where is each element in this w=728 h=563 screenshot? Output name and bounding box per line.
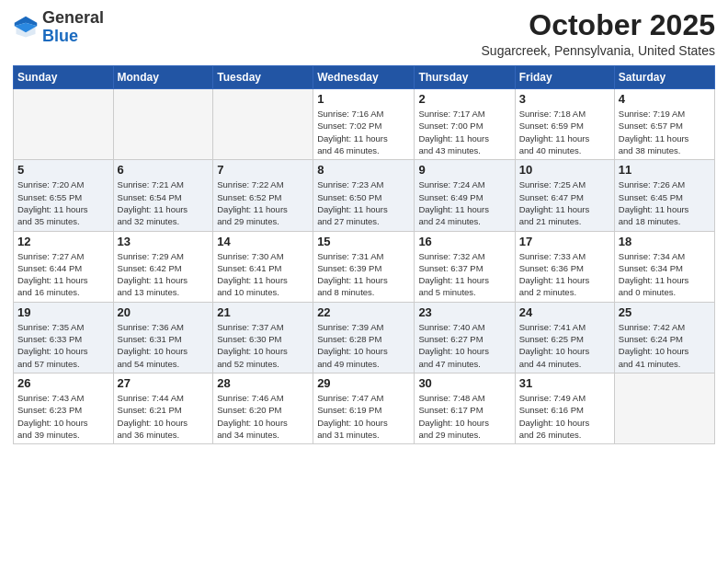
calendar-cell: 29Sunrise: 7:47 AM Sunset: 6:19 PM Dayli… [313,373,415,443]
calendar-cell [14,89,114,160]
day-number: 3 [519,92,610,106]
calendar-cell: 28Sunrise: 7:46 AM Sunset: 6:20 PM Dayli… [213,373,313,443]
day-info: Sunrise: 7:49 AM Sunset: 6:16 PM Dayligh… [519,392,610,441]
calendar-cell: 6Sunrise: 7:21 AM Sunset: 6:54 PM Daylig… [113,160,213,231]
day-info: Sunrise: 7:24 AM Sunset: 6:49 PM Dayligh… [418,178,510,227]
day-info: Sunrise: 7:17 AM Sunset: 7:00 PM Dayligh… [418,108,510,156]
day-number: 31 [519,376,610,390]
day-number: 10 [519,163,610,177]
day-info: Sunrise: 7:23 AM Sunset: 6:50 PM Dayligh… [317,178,410,227]
calendar-cell: 25Sunrise: 7:42 AM Sunset: 6:24 PM Dayli… [614,302,714,373]
day-info: Sunrise: 7:26 AM Sunset: 6:45 PM Dayligh… [619,178,711,227]
calendar-cell: 19Sunrise: 7:35 AM Sunset: 6:33 PM Dayli… [14,302,114,373]
day-number: 22 [317,305,410,319]
calendar-table: Sunday Monday Tuesday Wednesday Thursday… [13,65,715,444]
title-block: October 2025 Sugarcreek, Pennsylvania, U… [482,9,715,58]
day-info: Sunrise: 7:30 AM Sunset: 6:41 PM Dayligh… [217,250,309,299]
day-number: 28 [217,376,309,390]
day-info: Sunrise: 7:44 AM Sunset: 6:21 PM Dayligh… [118,392,210,441]
calendar-cell: 12Sunrise: 7:27 AM Sunset: 6:44 PM Dayli… [14,231,114,302]
day-number: 4 [619,92,711,106]
day-number: 12 [17,235,109,248]
calendar-cell: 9Sunrise: 7:24 AM Sunset: 6:49 PM Daylig… [415,160,515,231]
calendar-cell: 31Sunrise: 7:49 AM Sunset: 6:16 PM Dayli… [515,373,614,443]
day-info: Sunrise: 7:25 AM Sunset: 6:47 PM Dayligh… [519,178,610,227]
day-info: Sunrise: 7:34 AM Sunset: 6:34 PM Dayligh… [619,250,711,299]
day-number: 21 [217,305,309,319]
day-number: 15 [317,235,410,248]
day-number: 19 [17,305,109,319]
day-info: Sunrise: 7:22 AM Sunset: 6:52 PM Dayligh… [217,178,309,227]
day-info: Sunrise: 7:39 AM Sunset: 6:28 PM Dayligh… [317,321,410,370]
calendar-cell: 14Sunrise: 7:30 AM Sunset: 6:41 PM Dayli… [213,231,313,302]
day-info: Sunrise: 7:48 AM Sunset: 6:17 PM Dayligh… [418,392,510,441]
day-info: Sunrise: 7:41 AM Sunset: 6:25 PM Dayligh… [519,321,610,370]
day-number: 16 [418,235,510,248]
day-number: 26 [17,376,109,390]
day-info: Sunrise: 7:18 AM Sunset: 6:59 PM Dayligh… [519,108,610,156]
calendar-cell: 7Sunrise: 7:22 AM Sunset: 6:52 PM Daylig… [213,160,313,231]
day-number: 29 [317,376,410,390]
calendar-cell: 27Sunrise: 7:44 AM Sunset: 6:21 PM Dayli… [113,373,213,443]
day-number: 24 [519,305,610,319]
calendar-cell [614,373,714,443]
calendar-cell: 17Sunrise: 7:33 AM Sunset: 6:36 PM Dayli… [515,231,614,302]
day-number: 14 [217,235,309,248]
calendar-week-row: 1Sunrise: 7:16 AM Sunset: 7:02 PM Daylig… [14,89,715,160]
day-number: 23 [418,305,510,319]
col-saturday: Saturday [614,66,714,89]
day-info: Sunrise: 7:36 AM Sunset: 6:31 PM Dayligh… [118,321,210,370]
day-info: Sunrise: 7:27 AM Sunset: 6:44 PM Dayligh… [17,250,109,299]
day-info: Sunrise: 7:35 AM Sunset: 6:33 PM Dayligh… [17,321,109,370]
calendar-cell: 26Sunrise: 7:43 AM Sunset: 6:23 PM Dayli… [14,373,114,443]
day-info: Sunrise: 7:47 AM Sunset: 6:19 PM Dayligh… [317,392,410,441]
logo-text: General Blue [42,9,104,46]
calendar-cell: 30Sunrise: 7:48 AM Sunset: 6:17 PM Dayli… [415,373,515,443]
day-info: Sunrise: 7:33 AM Sunset: 6:36 PM Dayligh… [519,250,610,299]
day-number: 18 [619,235,711,248]
calendar-week-row: 26Sunrise: 7:43 AM Sunset: 6:23 PM Dayli… [14,373,715,443]
calendar-cell: 21Sunrise: 7:37 AM Sunset: 6:30 PM Dayli… [213,302,313,373]
location: Sugarcreek, Pennsylvania, United States [482,43,715,58]
calendar-cell: 4Sunrise: 7:19 AM Sunset: 6:57 PM Daylig… [614,89,714,160]
calendar-cell: 13Sunrise: 7:29 AM Sunset: 6:42 PM Dayli… [113,231,213,302]
calendar-cell: 22Sunrise: 7:39 AM Sunset: 6:28 PM Dayli… [313,302,415,373]
day-number: 13 [118,235,210,248]
day-number: 30 [418,376,510,390]
day-info: Sunrise: 7:40 AM Sunset: 6:27 PM Dayligh… [418,321,510,370]
calendar-cell [113,89,213,160]
page: General Blue October 2025 Sugarcreek, Pe… [0,0,728,563]
day-number: 8 [317,163,410,177]
calendar-week-row: 12Sunrise: 7:27 AM Sunset: 6:44 PM Dayli… [14,231,715,302]
day-number: 1 [317,92,410,106]
day-number: 25 [619,305,711,319]
col-sunday: Sunday [14,66,114,89]
calendar-cell: 16Sunrise: 7:32 AM Sunset: 6:37 PM Dayli… [415,231,515,302]
day-number: 27 [118,376,210,390]
calendar-cell: 23Sunrise: 7:40 AM Sunset: 6:27 PM Dayli… [415,302,515,373]
day-number: 11 [619,163,711,177]
day-number: 9 [418,163,510,177]
day-info: Sunrise: 7:19 AM Sunset: 6:57 PM Dayligh… [619,108,711,156]
day-info: Sunrise: 7:31 AM Sunset: 6:39 PM Dayligh… [317,250,410,299]
calendar-cell: 5Sunrise: 7:20 AM Sunset: 6:55 PM Daylig… [14,160,114,231]
calendar-cell: 11Sunrise: 7:26 AM Sunset: 6:45 PM Dayli… [614,160,714,231]
day-number: 20 [118,305,210,319]
calendar-cell: 8Sunrise: 7:23 AM Sunset: 6:50 PM Daylig… [313,160,415,231]
day-info: Sunrise: 7:43 AM Sunset: 6:23 PM Dayligh… [17,392,109,441]
day-info: Sunrise: 7:37 AM Sunset: 6:30 PM Dayligh… [217,321,309,370]
calendar-cell: 3Sunrise: 7:18 AM Sunset: 6:59 PM Daylig… [515,89,614,160]
day-info: Sunrise: 7:16 AM Sunset: 7:02 PM Dayligh… [317,108,410,156]
col-monday: Monday [113,66,213,89]
calendar-week-row: 19Sunrise: 7:35 AM Sunset: 6:33 PM Dayli… [14,302,715,373]
calendar-cell: 18Sunrise: 7:34 AM Sunset: 6:34 PM Dayli… [614,231,714,302]
col-friday: Friday [515,66,614,89]
calendar-cell: 24Sunrise: 7:41 AM Sunset: 6:25 PM Dayli… [515,302,614,373]
day-info: Sunrise: 7:46 AM Sunset: 6:20 PM Dayligh… [217,392,309,441]
day-info: Sunrise: 7:42 AM Sunset: 6:24 PM Dayligh… [619,321,711,370]
col-thursday: Thursday [415,66,515,89]
calendar-cell: 10Sunrise: 7:25 AM Sunset: 6:47 PM Dayli… [515,160,614,231]
calendar-cell: 2Sunrise: 7:17 AM Sunset: 7:00 PM Daylig… [415,89,515,160]
logo-icon [13,15,39,40]
day-number: 17 [519,235,610,248]
